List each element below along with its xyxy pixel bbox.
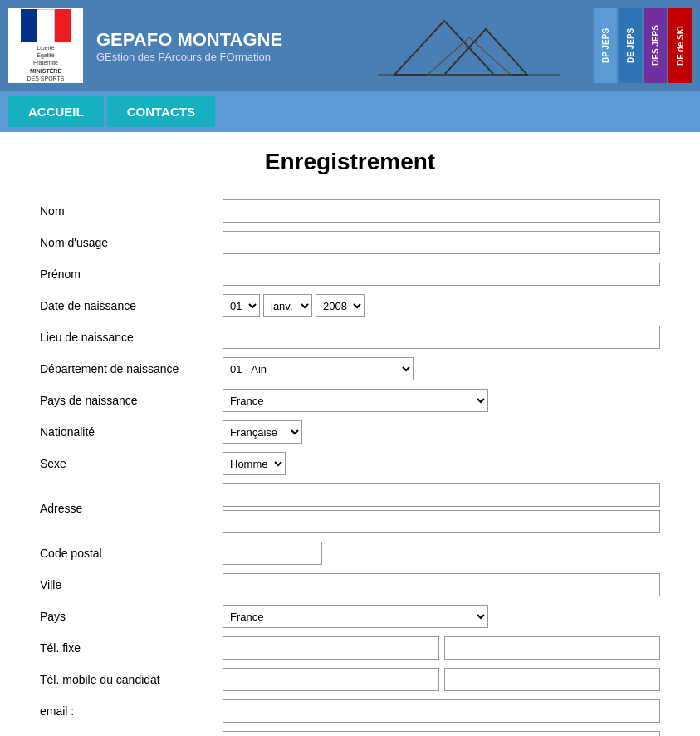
tel-mobile-prefix-input[interactable] (223, 668, 439, 691)
nom-row: Nom (33, 195, 667, 227)
tel-fixe-number-input[interactable] (444, 636, 661, 660)
svg-marker-0 (394, 21, 494, 75)
prenom-label: Prénom (33, 258, 216, 290)
lieu-naissance-input[interactable] (223, 326, 660, 349)
mountain-svg (378, 12, 560, 79)
adresse-line2-input[interactable] (223, 510, 660, 533)
nom-usage-label: Nom d'usage (33, 227, 216, 258)
email-verif-row: Vérification de l'email : (33, 727, 667, 736)
logo: Liberté Égalité Fraternité MINISTÈRE DES… (8, 8, 83, 83)
nationalite-select[interactable]: FrançaiseAllemandeBelge EspagnoleItalien… (223, 420, 302, 444)
tel-mobile-number-input[interactable] (444, 668, 661, 691)
email-row: email : (33, 695, 667, 727)
tel-mobile-group (223, 668, 660, 691)
registration-form: Nom Nom d'usage Prénom Date de naissance (33, 195, 667, 736)
email-label: email : (33, 695, 216, 727)
pays-naissance-select[interactable]: FranceAllemagneBelgique EspagneItalieSui… (223, 389, 488, 412)
nom-input[interactable] (223, 199, 660, 223)
code-postal-row: Code postal (33, 537, 667, 569)
date-year-select[interactable]: 2008200720062005 2004200320022001 200019… (316, 294, 365, 317)
contacts-button[interactable]: CONTACTS (107, 96, 215, 127)
code-postal-label: Code postal (33, 537, 216, 569)
header: Liberté Égalité Fraternité MINISTÈRE DES… (0, 0, 700, 91)
tel-fixe-group (223, 636, 660, 660)
badge-bp-jeps[interactable]: BP JEPS (594, 8, 617, 83)
prenom-row: Prénom (33, 258, 667, 290)
date-naissance-row: Date de naissance 0102030405 0607080910 … (33, 290, 667, 321)
badge-de-ski[interactable]: DE de SKI (668, 8, 692, 83)
date-day-select[interactable]: 0102030405 0607080910 1112131415 1617181… (223, 294, 260, 317)
app-title: GEPAFO MONTAGNE (96, 29, 345, 51)
departement-naissance-label: Département de naissance (33, 353, 216, 385)
ville-label: Ville (33, 569, 216, 601)
nom-usage-row: Nom d'usage (33, 227, 667, 258)
date-selects: 0102030405 0607080910 1112131415 1617181… (223, 294, 660, 317)
email-verif-input[interactable] (223, 731, 660, 736)
departement-naissance-select[interactable]: 01 - Ain02 - Aisne03 - Allier 04 - Alpes… (223, 357, 414, 380)
tel-fixe-label: Tél. fixe (33, 632, 216, 664)
badge-de-jeps[interactable]: DE JEPS (619, 8, 642, 83)
code-postal-input[interactable] (223, 542, 322, 565)
mountain-graphic (345, 12, 595, 79)
logo-text: Liberté Égalité Fraternité MINISTÈRE DES… (27, 44, 65, 81)
nom-usage-input[interactable] (223, 231, 660, 254)
tel-fixe-prefix-input[interactable] (223, 636, 439, 660)
departement-naissance-row: Département de naissance 01 - Ain02 - Ai… (33, 353, 667, 385)
ville-input[interactable] (223, 573, 660, 596)
sexe-select[interactable]: HommeFemme (223, 452, 286, 475)
sexe-label: Sexe (33, 448, 216, 479)
ville-row: Ville (33, 569, 667, 601)
tel-mobile-label: Tél. mobile du candidat (33, 664, 216, 695)
badge-des-jeps[interactable]: DES JEPS (644, 8, 667, 83)
app-subtitle: GEstion des PArcours de FOrmation (96, 51, 345, 63)
pays-label: Pays (33, 601, 216, 632)
header-title: GEPAFO MONTAGNE GEstion des PArcours de … (96, 29, 345, 63)
french-flag (21, 9, 71, 42)
tel-fixe-row: Tél. fixe (33, 632, 667, 664)
sexe-row: Sexe HommeFemme (33, 448, 667, 479)
adresse-label: Adresse (33, 479, 216, 537)
accueil-button[interactable]: ACCUEIL (8, 96, 104, 127)
badge-group: BP JEPS DE JEPS DES JEPS DE de SKI (594, 8, 692, 83)
nationalite-row: Nationalité FrançaiseAllemandeBelge Espa… (33, 416, 667, 448)
pays-row: Pays FranceAllemagneBelgique EspagneItal… (33, 601, 667, 632)
adresse-line1-input[interactable] (223, 483, 660, 507)
date-month-select[interactable]: janv.févr.marsavr. maijuinjuil.août sept… (263, 294, 312, 317)
pays-select[interactable]: FranceAllemagneBelgique EspagneItalieSui… (223, 605, 488, 628)
tel-mobile-row: Tél. mobile du candidat (33, 664, 667, 695)
prenom-input[interactable] (223, 263, 660, 286)
lieu-naissance-label: Lieu de naissance (33, 321, 216, 353)
navigation: ACCUEIL CONTACTS (0, 91, 700, 132)
nationalite-label: Nationalité (33, 416, 216, 448)
address-group (223, 483, 660, 533)
adresse-row: Adresse (33, 479, 667, 537)
pays-naissance-row: Pays de naissance FranceAllemagneBelgiqu… (33, 385, 667, 416)
page-title: Enregistrement (33, 149, 667, 175)
pays-naissance-label: Pays de naissance (33, 385, 216, 416)
email-input[interactable] (223, 699, 660, 723)
main-content: Enregistrement Nom Nom d'usage Prénom Da… (0, 132, 700, 736)
lieu-naissance-row: Lieu de naissance (33, 321, 667, 353)
email-verif-label: Vérification de l'email : (33, 727, 216, 736)
nom-label: Nom (33, 195, 216, 227)
date-naissance-label: Date de naissance (33, 290, 216, 321)
